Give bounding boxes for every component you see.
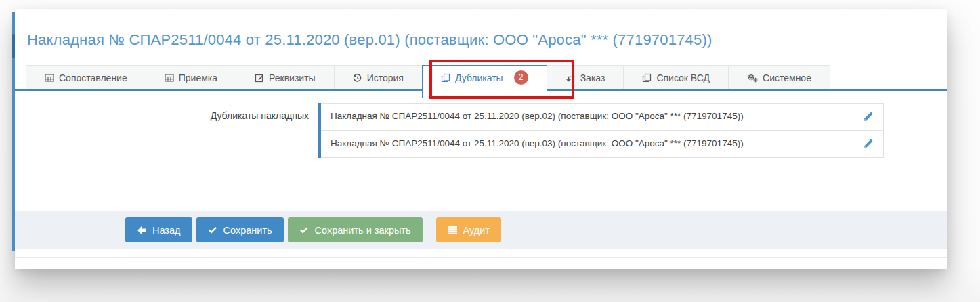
- pencil-icon: [862, 111, 874, 123]
- duplicate-list-item: Накладная № СПАР2511/0044 от 25.11.2020 …: [321, 130, 884, 158]
- list-icon: [448, 225, 457, 234]
- table-icon: [45, 73, 54, 83]
- save-and-close-button[interactable]: Сохранить и закрыть: [288, 217, 423, 242]
- invoice-card: Накладная № СПАР2511/0044 от 25.11.2020 …: [15, 9, 947, 269]
- check-icon: [299, 225, 309, 235]
- tab-label: Системное: [763, 72, 811, 83]
- back-button[interactable]: Назад: [125, 217, 192, 242]
- tab-acceptance[interactable]: Приемка: [146, 65, 236, 89]
- audit-button[interactable]: Аудит: [436, 217, 501, 242]
- tab-system[interactable]: Системное: [728, 65, 830, 89]
- edit-icon: [255, 73, 264, 83]
- tab-order[interactable]: Заказ: [547, 65, 624, 89]
- tab-label: Реквизиты: [269, 72, 316, 83]
- tab-label: Дубликаты: [455, 72, 503, 83]
- tab-label: Список ВСД: [656, 72, 710, 83]
- pencil-icon: [862, 138, 874, 150]
- check-icon: [208, 225, 217, 235]
- save-button-label: Сохранить: [223, 225, 272, 236]
- cogs-icon: [747, 73, 758, 83]
- tab-history[interactable]: История: [334, 65, 423, 89]
- tab-requisites[interactable]: Реквизиты: [236, 65, 335, 89]
- action-footer: Назад Сохранить Сохранить и закрыть Ауди…: [15, 211, 947, 249]
- tab-label: Заказ: [580, 72, 605, 83]
- save-and-close-button-label: Сохранить и закрыть: [315, 225, 411, 236]
- tab-label: История: [367, 72, 404, 83]
- back-button-label: Назад: [152, 225, 181, 236]
- copy-icon: [441, 73, 450, 83]
- duplicates-list: Накладная № СПАР2511/0044 от 25.11.2020 …: [318, 103, 884, 158]
- duplicate-item-text: Накладная № СПАР2511/0044 от 25.11.2020 …: [331, 111, 744, 121]
- duplicates-count-badge: 2: [514, 70, 528, 85]
- page: Накладная № СПАР2511/0044 от 25.11.2020 …: [0, 0, 980, 302]
- save-button[interactable]: Сохранить: [196, 217, 284, 242]
- copy-icon: [642, 73, 652, 83]
- tab-vsd-list[interactable]: Список ВСД: [623, 65, 729, 89]
- duplicate-item-text: Накладная № СПАР2511/0044 от 25.11.2020 …: [331, 138, 744, 148]
- duplicates-field-label: Дубликаты накладных: [15, 103, 318, 158]
- sidebar-scroll-thumb: [12, 34, 15, 58]
- tab-comparison[interactable]: Сопоставление: [26, 65, 146, 89]
- table-icon: [165, 73, 174, 83]
- duplicates-panel: Дубликаты накладных Накладная № СПАР2511…: [15, 103, 947, 158]
- audit-button-label: Аудит: [463, 225, 490, 236]
- history-icon: [353, 73, 362, 83]
- edit-duplicate-button[interactable]: [861, 137, 874, 150]
- duplicate-list-item: Накладная № СПАР2511/0044 от 25.11.2020 …: [321, 103, 884, 131]
- tab-bar: Сопоставление Приемка Реквизиты История: [15, 65, 947, 91]
- tab-label: Сопоставление: [59, 72, 127, 83]
- footer-divider: [15, 257, 947, 258]
- page-title: Накладная № СПАР2511/0044 от 25.11.2020 …: [27, 31, 947, 49]
- tab-duplicates[interactable]: Дубликаты 2: [422, 65, 547, 98]
- arrow-left-icon: [137, 225, 146, 235]
- tab-label: Приемка: [179, 72, 217, 83]
- retweet-icon: [566, 73, 576, 82]
- edit-duplicate-button[interactable]: [861, 110, 874, 123]
